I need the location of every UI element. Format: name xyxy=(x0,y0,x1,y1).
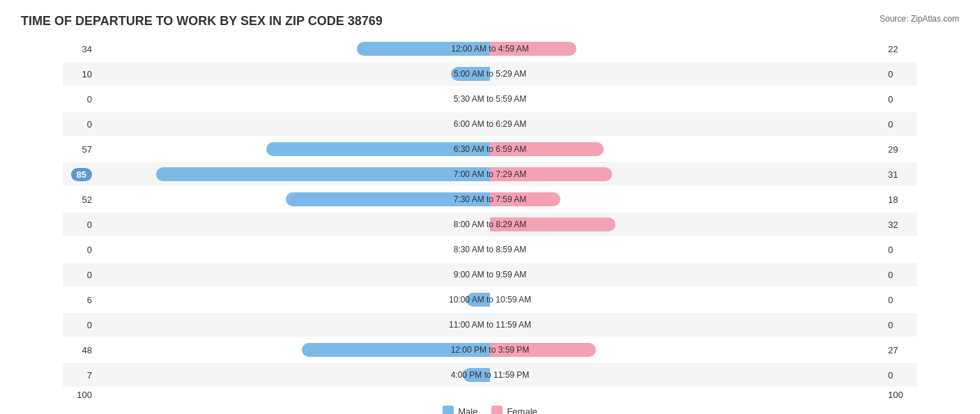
time-label: 6:30 AM to 6:59 AM xyxy=(454,144,527,154)
female-value: 0 xyxy=(882,119,917,130)
male-bar-wrapper xyxy=(98,293,490,307)
female-bar-wrapper xyxy=(490,192,882,206)
male-value: 0 xyxy=(63,119,98,130)
chart-area: 3412:00 AM to 4:59 AM22105:00 AM to 5:29… xyxy=(21,37,959,414)
chart-row: 09:00 AM to 9:59 AM0 xyxy=(63,263,917,286)
bar-section: 7:00 AM to 7:29 AM xyxy=(98,162,882,186)
male-bar-wrapper xyxy=(98,167,490,181)
female-bar-wrapper xyxy=(490,67,882,81)
male-bar-wrapper xyxy=(98,217,490,231)
time-label: 7:00 AM to 7:29 AM xyxy=(454,169,527,179)
female-value: 22 xyxy=(882,44,917,54)
time-label: 11:00 AM to 11:59 AM xyxy=(449,320,531,330)
female-value: 0 xyxy=(882,245,917,255)
female-bar-wrapper xyxy=(490,217,882,231)
legend-male: Male xyxy=(443,406,477,414)
male-value: 0 xyxy=(63,220,98,230)
chart-row: 576:30 AM to 6:59 AM29 xyxy=(63,137,917,161)
chart-row: 74:00 PM to 11:59 PM0 xyxy=(63,363,917,387)
male-bar-wrapper xyxy=(98,67,490,81)
bar-section: 8:30 AM to 8:59 AM xyxy=(98,238,882,261)
female-bar-wrapper xyxy=(490,293,882,307)
bar-section: 5:30 AM to 5:59 AM xyxy=(98,87,882,111)
legend: Male Female xyxy=(63,406,917,414)
female-value: 0 xyxy=(882,295,917,305)
bar-section: 11:00 AM to 11:59 AM xyxy=(98,313,882,337)
time-label: 7:30 AM to 7:59 AM xyxy=(454,194,527,204)
female-value: 27 xyxy=(882,345,917,355)
female-bar-wrapper xyxy=(490,368,882,382)
time-label: 9:00 AM to 9:59 AM xyxy=(454,270,527,279)
legend-male-box xyxy=(443,406,454,414)
female-value: 0 xyxy=(882,270,917,280)
chart-row: 06:00 AM to 6:29 AM0 xyxy=(63,112,917,136)
time-label: 6:00 AM to 6:29 AM xyxy=(454,119,527,129)
bar-section: 12:00 AM to 4:59 AM xyxy=(98,37,882,61)
male-value: 10 xyxy=(63,69,98,79)
chart-row: 610:00 AM to 10:59 AM0 xyxy=(63,288,917,312)
male-bar-wrapper xyxy=(98,243,490,256)
bar-section: 5:00 AM to 5:29 AM xyxy=(98,62,882,86)
female-value: 32 xyxy=(882,220,917,230)
female-bar-wrapper xyxy=(490,142,882,156)
time-label: 4:00 PM to 11:59 PM xyxy=(451,370,530,380)
male-value: 7 xyxy=(63,370,98,381)
male-value: 48 xyxy=(63,345,98,355)
chart-row: 105:00 AM to 5:29 AM0 xyxy=(63,62,917,86)
male-bar-wrapper xyxy=(98,42,490,56)
bar-section: 12:00 PM to 3:59 PM xyxy=(98,338,882,362)
chart-row: 857:00 AM to 7:29 AM31 xyxy=(63,162,917,186)
legend-male-label: Male xyxy=(458,406,477,415)
male-value: 0 xyxy=(63,94,98,105)
male-bar-wrapper xyxy=(98,268,490,282)
male-bar-wrapper xyxy=(98,343,490,357)
chart-row: 08:00 AM to 8:29 AM32 xyxy=(63,213,917,236)
bar-section: 6:00 AM to 6:29 AM xyxy=(98,112,882,136)
female-bar-wrapper xyxy=(490,117,882,131)
female-value: 0 xyxy=(882,69,917,79)
chart-title: TIME OF DEPARTURE TO WORK BY SEX IN ZIP … xyxy=(21,14,383,29)
time-label: 12:00 AM to 4:59 AM xyxy=(451,44,528,54)
chart-row: 3412:00 AM to 4:59 AM22 xyxy=(63,37,917,61)
male-value: 0 xyxy=(63,270,98,280)
legend-female-box xyxy=(491,406,503,414)
chart-row: 08:30 AM to 8:59 AM0 xyxy=(63,238,917,261)
bar-section: 10:00 AM to 10:59 AM xyxy=(98,288,882,312)
time-label: 5:30 AM to 5:59 AM xyxy=(454,94,527,104)
axis-right-label: 100 xyxy=(882,390,917,400)
bar-section: 9:00 AM to 9:59 AM xyxy=(98,263,882,286)
time-label: 5:00 AM to 5:29 AM xyxy=(454,69,527,79)
female-bar-wrapper xyxy=(490,318,882,332)
male-value: 57 xyxy=(63,144,98,155)
male-bar-wrapper xyxy=(98,368,490,382)
male-value: 85 xyxy=(63,169,98,180)
female-value: 29 xyxy=(882,144,917,155)
bar-section: 4:00 PM to 11:59 PM xyxy=(98,363,882,387)
axis-left-label: 100 xyxy=(63,390,98,400)
female-bar-wrapper xyxy=(490,167,882,181)
bar-section: 6:30 AM to 6:59 AM xyxy=(98,137,882,161)
time-label: 10:00 AM to 10:59 AM xyxy=(449,295,531,305)
axis-row: 100 100 xyxy=(63,390,917,400)
time-label: 8:30 AM to 8:59 AM xyxy=(454,245,527,254)
time-label: 8:00 AM to 8:29 AM xyxy=(454,220,527,229)
male-bar xyxy=(156,167,490,181)
male-value: 52 xyxy=(63,194,98,205)
bar-section: 7:30 AM to 7:59 AM xyxy=(98,187,882,211)
legend-female: Female xyxy=(491,406,537,414)
female-value: 0 xyxy=(882,370,917,381)
male-bar-wrapper xyxy=(98,142,490,156)
female-bar-wrapper xyxy=(490,343,882,357)
male-value: 0 xyxy=(63,245,98,255)
male-bar-wrapper xyxy=(98,92,490,106)
male-value: 6 xyxy=(63,295,98,305)
source-label: Source: ZipAtlas.com xyxy=(880,14,959,24)
male-bar-wrapper xyxy=(98,192,490,206)
female-value: 31 xyxy=(882,169,917,180)
chart-row: 011:00 AM to 11:59 AM0 xyxy=(63,313,917,337)
male-bar-wrapper xyxy=(98,117,490,131)
male-value: 0 xyxy=(63,320,98,330)
female-bar-wrapper xyxy=(490,268,882,282)
female-bar-wrapper xyxy=(490,92,882,106)
chart-row: 527:30 AM to 7:59 AM18 xyxy=(63,187,917,211)
